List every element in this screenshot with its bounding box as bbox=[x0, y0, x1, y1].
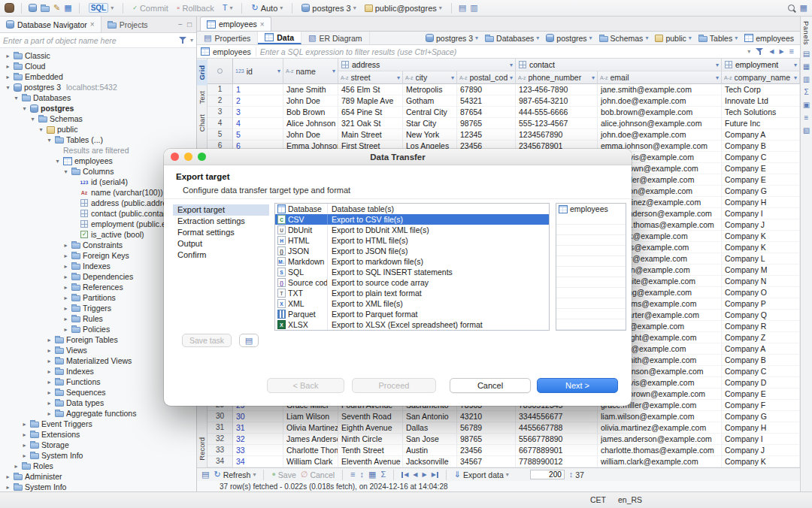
cell-phone_number[interactable]: 5566778890 bbox=[516, 434, 598, 445]
expand-icon[interactable]: ▸ bbox=[21, 442, 28, 449]
column-header-contact[interactable]: contact▾ bbox=[516, 59, 722, 71]
wizard-step[interactable]: Extraction settings bbox=[173, 216, 269, 227]
tree-item[interactable]: ▸Extensions bbox=[0, 429, 196, 440]
tab-properties[interactable]: ▤ Properties bbox=[197, 32, 258, 44]
tree-item[interactable]: ▾Tables (...) bbox=[0, 135, 196, 145]
cancel-button[interactable]: Cancel bbox=[450, 378, 531, 393]
row-number[interactable]: 2 bbox=[208, 95, 233, 107]
minimize-window-icon[interactable] bbox=[184, 153, 192, 161]
cell-company_name[interactable]: Company B bbox=[722, 355, 800, 366]
proceed-button[interactable]: Proceed bbox=[352, 378, 436, 393]
tree-item[interactable]: ▸Cloud bbox=[0, 61, 196, 71]
expand-icon[interactable]: ▸ bbox=[62, 326, 69, 333]
view-tab-grid[interactable]: Grid bbox=[197, 60, 208, 86]
new-connection-icon[interactable] bbox=[29, 4, 37, 12]
cell-email[interactable]: charlotte.thomas@example.com bbox=[598, 445, 722, 456]
filter-dropdown-icon[interactable]: ▾ bbox=[716, 74, 719, 81]
sql-filter-input[interactable] bbox=[260, 47, 741, 56]
expand-icon[interactable]: ▸ bbox=[46, 410, 53, 417]
format-row[interactable]: HHTMLExport to HTML file(s) bbox=[275, 235, 549, 246]
row-number[interactable]: 3 bbox=[208, 107, 233, 118]
row-ops-icon[interactable]: ≡ bbox=[350, 470, 355, 479]
table-row[interactable]: 3232James AndersonNinth CircleSan Jose98… bbox=[208, 434, 800, 445]
cell-company_name[interactable]: Company E bbox=[722, 174, 800, 186]
tree-item[interactable]: ▾public bbox=[0, 124, 196, 135]
collapse-icon[interactable]: ▾ bbox=[5, 84, 11, 91]
filter-dropdown-icon[interactable]: ▾ bbox=[794, 62, 797, 68]
breadcrumb-item[interactable]: postgres 3▾ bbox=[426, 34, 478, 43]
cell-phone_number[interactable]: 3344556677 bbox=[516, 411, 598, 422]
table-row[interactable]: 3131Olivia MartinezEighth AvenueDallas56… bbox=[208, 422, 800, 434]
cell-city[interactable]: San Antonio bbox=[403, 411, 457, 422]
cell-phone_number[interactable]: 987-654-3210 bbox=[516, 95, 598, 107]
view-tab-text[interactable]: Text bbox=[197, 86, 208, 109]
cell-id[interactable]: 3 bbox=[233, 107, 283, 118]
chevron-down-icon[interactable]: ▾ bbox=[536, 35, 539, 41]
wizard-step[interactable]: Output bbox=[173, 238, 269, 249]
expand-icon[interactable]: ▸ bbox=[5, 473, 11, 480]
cell-postal_code[interactable]: 54321 bbox=[457, 95, 516, 107]
cell-name[interactable]: James Anderson bbox=[283, 434, 338, 445]
filter-dropdown-icon[interactable]: ▾ bbox=[592, 74, 595, 81]
sql-button[interactable]: SQL ▾ bbox=[86, 2, 117, 14]
tree-item[interactable]: ▾Schemas bbox=[0, 113, 196, 124]
cell-name[interactable]: John Doe bbox=[283, 95, 338, 107]
cell-name[interactable]: Olivia Martinez bbox=[283, 422, 338, 434]
save-button[interactable]: ● Save bbox=[271, 470, 295, 479]
cell-name[interactable]: Jane Smith bbox=[283, 84, 338, 95]
cell-company_name[interactable]: Company M bbox=[722, 265, 800, 276]
filter-icon[interactable] bbox=[179, 36, 187, 44]
cell-email[interactable]: john.doe@example.com bbox=[598, 95, 722, 107]
filter-dropdown-icon[interactable]: ▾ bbox=[510, 74, 513, 81]
filter-dropdown-icon[interactable]: ▾ bbox=[794, 74, 797, 81]
cell-email[interactable]: jane.smith@example.com bbox=[598, 84, 722, 95]
table-row[interactable]: 3333Charlotte ThomasTenth StreetAustin23… bbox=[208, 445, 800, 456]
cell-id[interactable]: 32 bbox=[233, 434, 283, 445]
cell-postal_code[interactable]: 98765 bbox=[457, 118, 516, 129]
fetch-size-input[interactable] bbox=[530, 470, 565, 479]
cell-company_name[interactable]: Company K bbox=[722, 242, 800, 253]
auto-commit-selector[interactable]: ↻ Auto ▾ bbox=[249, 2, 285, 14]
sort-icon[interactable]: ↕ bbox=[359, 470, 364, 479]
transaction-mode-button[interactable]: T ▾ bbox=[220, 2, 235, 14]
filter-dropdown-icon[interactable]: ▾ bbox=[451, 74, 454, 81]
save-task-button[interactable]: Save task bbox=[182, 334, 232, 347]
collapse-icon[interactable]: ▾ bbox=[13, 95, 20, 101]
cell-id[interactable]: 2 bbox=[233, 95, 283, 107]
metadata-panel-icon[interactable]: ▥ bbox=[803, 75, 810, 83]
cell-city[interactable]: Austin bbox=[403, 445, 457, 456]
open-connection-icon[interactable] bbox=[41, 6, 50, 12]
format-row[interactable]: TTXTExport to plain text format bbox=[275, 288, 549, 298]
row-number[interactable]: 4 bbox=[208, 118, 233, 129]
expand-icon[interactable]: ▸ bbox=[62, 274, 69, 280]
format-row[interactable]: UDbUnitExport to DbUnit XML file(s) bbox=[275, 225, 549, 235]
connection-selector[interactable]: postgres 3 ▾ bbox=[299, 2, 358, 14]
expand-icon[interactable]: ▸ bbox=[46, 389, 53, 396]
cell-phone_number[interactable]: 555-123-4567 bbox=[516, 118, 598, 129]
row-number[interactable]: 32 bbox=[208, 434, 233, 445]
filter-dropdown-icon[interactable]: ▾ bbox=[716, 62, 719, 68]
cell-street[interactable]: 456 Elm St bbox=[338, 84, 403, 95]
expand-icon[interactable]: ▸ bbox=[5, 74, 11, 80]
breadcrumb-item[interactable]: Schemas▾ bbox=[599, 34, 649, 43]
cell-company_name[interactable]: Company O bbox=[722, 287, 800, 298]
search-icon[interactable] bbox=[787, 4, 796, 13]
grid-panel-icon[interactable]: ▦ bbox=[803, 62, 810, 71]
tree-item[interactable]: ▸System Info bbox=[0, 482, 196, 491]
toggle-editor-icon[interactable]: ▥ bbox=[470, 4, 477, 12]
cell-company_name[interactable]: Company A bbox=[722, 343, 800, 355]
expand-icon[interactable]: ▸ bbox=[21, 431, 28, 438]
cell-company_name[interactable]: Company H bbox=[722, 197, 800, 208]
cell-phone_number[interactable]: 7788990012 bbox=[516, 456, 598, 467]
cell-id[interactable]: 4 bbox=[233, 118, 283, 129]
cell-company_name[interactable]: Company A bbox=[722, 129, 800, 141]
format-row[interactable]: {}JSONExport to JSON file(s) bbox=[275, 246, 549, 256]
cell-city[interactable]: Gotham bbox=[403, 95, 457, 107]
cell-city[interactable]: Dallas bbox=[403, 422, 457, 434]
load-task-button[interactable]: ▤ bbox=[239, 334, 259, 347]
filter-table-chip[interactable]: employees bbox=[201, 47, 256, 56]
format-row[interactable]: ParquetExport to Parquet format bbox=[275, 309, 549, 319]
dialog-titlebar[interactable]: Data Transfer bbox=[164, 149, 632, 165]
toggle-panel-icon[interactable]: ▤ bbox=[459, 4, 466, 12]
schema-selector[interactable]: public@postgres ▾ bbox=[362, 2, 444, 14]
